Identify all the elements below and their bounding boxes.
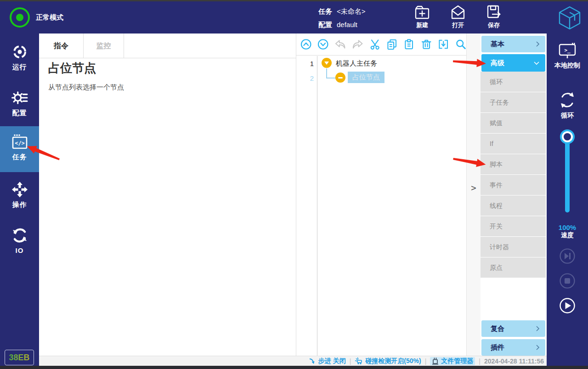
config-name-value: default	[337, 21, 357, 28]
task-name-value: <未命名>	[337, 7, 366, 15]
node-type-assign[interactable]: 赋值	[481, 113, 546, 133]
category-composite[interactable]: 复合	[481, 320, 545, 337]
bottom-strip	[0, 366, 588, 369]
node-type-event[interactable]: 事件	[481, 175, 546, 195]
node-type-thread[interactable]: 线程	[481, 196, 546, 216]
speed-label: 速度	[547, 231, 588, 240]
task-node-icon[interactable]	[322, 58, 332, 68]
category-advanced-expanded[interactable]: 高级	[481, 54, 545, 72]
task-info: 任务<未命名> 配置default	[318, 5, 366, 31]
sidebar-item-config[interactable]: 配置	[0, 89, 39, 117]
speed-slider-track[interactable]	[565, 138, 570, 212]
config-row: 配置default	[318, 18, 366, 31]
save-task-button[interactable]: 保存	[478, 3, 510, 33]
stop-button[interactable]	[560, 273, 575, 289]
minus-icon	[338, 77, 343, 78]
local-control-label: 本地控制	[547, 62, 588, 70]
node-type-if[interactable]: If	[481, 134, 546, 154]
app-root: 正常模式 任务<未命名> 配置default 新建	[0, 0, 588, 369]
speed-slider-handle[interactable]	[562, 131, 573, 142]
category-plugin[interactable]: 插件	[481, 339, 545, 356]
task-row: 任务<未命名>	[318, 5, 366, 18]
tree-row-placeholder-selected[interactable]: 占位节点	[348, 72, 384, 83]
brand-logo	[556, 4, 583, 32]
run-icon	[11, 44, 28, 60]
copy-button[interactable]	[386, 39, 397, 50]
category-composite-label: 复合	[491, 324, 504, 333]
open-button-label: 打开	[442, 21, 474, 29]
redo-button[interactable]	[352, 39, 363, 50]
separator: |	[479, 358, 481, 365]
instruction-panel: 指令 监控 占位节点 从节点列表选择一个节点	[39, 34, 296, 356]
datetime-display: 2024-04-28 11:11:56	[484, 358, 544, 365]
move-down-button[interactable]	[317, 39, 328, 50]
gear-icon	[11, 89, 28, 106]
node-type-subtask[interactable]: 子任务	[481, 92, 546, 112]
move-up-button[interactable]	[300, 39, 311, 50]
node-title: 占位节点	[48, 60, 96, 76]
paste-button[interactable]	[403, 39, 414, 50]
code-window-icon: </>	[11, 134, 28, 150]
right-sidebar: >_ 本地控制 循环 100% 速度	[547, 34, 588, 366]
collision-icon	[355, 357, 363, 365]
top-bar: 正常模式 任务<未命名> 配置default 新建	[0, 1, 588, 34]
separator: |	[350, 358, 351, 365]
speed-percentage: 100%	[547, 224, 588, 231]
save-icon	[486, 4, 502, 21]
node-type-loop[interactable]: 循环	[481, 72, 546, 92]
step-forward-button[interactable]	[560, 248, 575, 264]
usb-drive-icon	[432, 357, 439, 365]
new-folder-icon	[414, 4, 430, 21]
delete-button[interactable]	[421, 39, 432, 50]
step-mode-status[interactable]: 步进 关闭	[309, 357, 346, 365]
left-sidebar: 运行 配置 </> 任务	[0, 34, 39, 366]
mode-label: 正常模式	[36, 1, 63, 34]
file-manager-button[interactable]: 文件管理器	[430, 357, 475, 365]
undo-button[interactable]	[335, 39, 346, 50]
status-bar: 步进 关闭 | 碰撞检测开启(50%) | 文件管理器	[39, 356, 547, 366]
move-arrows-icon	[11, 181, 28, 198]
svg-text:>_: >_	[564, 47, 571, 53]
chevron-right-icon: >	[467, 183, 481, 193]
tree-line-number: 1	[296, 60, 314, 67]
sidebar-item-run[interactable]: 运行	[0, 44, 39, 72]
sidebar-item-operation[interactable]: 操作	[0, 181, 39, 209]
search-button[interactable]	[455, 39, 466, 50]
new-task-button[interactable]: 新建	[406, 3, 438, 33]
device-code-badge[interactable]: 38EB	[5, 350, 34, 365]
sidebar-item-label: 运行	[0, 63, 39, 72]
node-type-script[interactable]: 脚本	[481, 154, 546, 174]
sidebar-item-io[interactable]: IO	[0, 227, 39, 254]
tree-line-number: 2	[296, 74, 314, 82]
node-type-switch[interactable]: 开关	[481, 216, 546, 236]
config-label: 配置	[318, 21, 332, 28]
local-control-button[interactable]: >_ 本地控制	[547, 43, 588, 70]
terminal-icon: >_	[558, 43, 577, 59]
category-basic[interactable]: 基本	[481, 36, 545, 52]
node-type-home[interactable]: 原点	[481, 257, 546, 278]
tab-monitor[interactable]: 监控	[84, 34, 124, 58]
category-plugin-label: 插件	[491, 343, 504, 352]
play-button[interactable]	[560, 298, 575, 313]
node-type-timer[interactable]: 计时器	[481, 237, 546, 257]
step-mode-label: 步进 关闭	[318, 357, 346, 365]
cut-button[interactable]	[369, 39, 380, 50]
new-button-label: 新建	[406, 21, 438, 29]
chevron-right-icon	[536, 344, 540, 351]
open-task-button[interactable]: 打开	[442, 3, 474, 33]
placeholder-node-icon[interactable]	[335, 73, 345, 83]
tree-connector-line	[326, 68, 336, 78]
status-dot	[16, 14, 23, 21]
category-advanced-label: 高级	[491, 59, 504, 67]
io-sync-icon	[11, 227, 28, 244]
open-icon	[450, 4, 466, 21]
insert-node-button[interactable]	[438, 39, 449, 50]
tree-row-main-task[interactable]: 机器人主任务	[336, 59, 377, 68]
task-tree-panel: 1 2 机器人主任务 占位节点	[296, 34, 467, 356]
tab-instruction[interactable]: 指令	[39, 34, 84, 58]
collision-detection-status[interactable]: 碰撞检测开启(50%)	[355, 357, 421, 365]
sidebar-item-task[interactable]: </> 任务	[0, 134, 39, 162]
loop-mode-button[interactable]: 循环	[547, 91, 588, 120]
node-subtitle: 从节点列表选择一个节点	[48, 83, 124, 92]
panel-expander[interactable]: >	[466, 34, 481, 356]
